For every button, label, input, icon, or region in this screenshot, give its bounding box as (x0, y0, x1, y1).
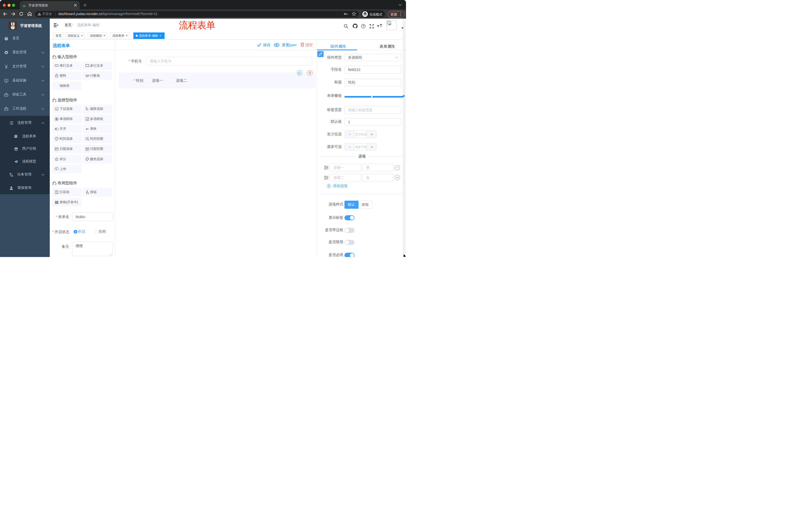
svg-text:123: 123 (85, 74, 89, 77)
